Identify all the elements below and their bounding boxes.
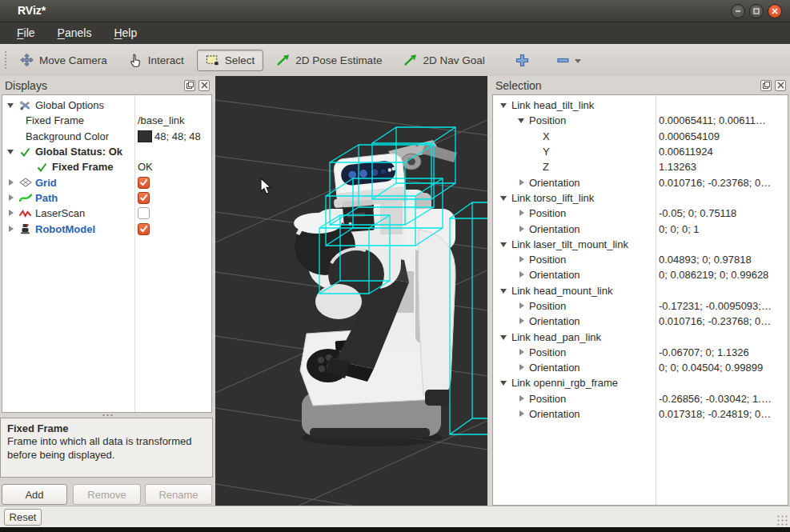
expander-icon[interactable] <box>517 348 526 357</box>
expander-icon[interactable] <box>517 255 526 264</box>
property-row[interactable]: Orientation 0; 0.086219; 0; 0.99628 <box>493 267 788 282</box>
help-body: Frame into which all data is transformed… <box>7 435 207 462</box>
add-tool-button[interactable] <box>511 50 534 70</box>
display-row-status-fixed-frame[interactable]: Fixed Frame OK <box>2 159 211 174</box>
rviz-window: RViz* File Panels Help <box>0 0 790 532</box>
expander-icon[interactable] <box>517 410 526 418</box>
property-row[interactable]: Position -0.26856; -0.03042; 1.… <box>493 391 788 406</box>
tool-select[interactable]: Select <box>197 50 264 71</box>
link-row[interactable]: Link head_pan_link <box>493 329 788 344</box>
expander-icon[interactable] <box>517 270 526 279</box>
robot-icon <box>18 223 32 235</box>
property-row[interactable]: Orientation 0; 0; 0; 1 <box>493 221 788 236</box>
green-arrow-icon <box>403 54 417 66</box>
selection-panel-header[interactable]: Selection <box>491 76 790 94</box>
tool-move-camera[interactable]: Move Camera <box>11 50 116 71</box>
expander-icon[interactable] <box>517 225 526 234</box>
remove-tool-button[interactable] <box>551 50 586 70</box>
displays-tree[interactable]: Global Options Fixed Frame /base_link Ba… <box>2 94 212 413</box>
expander-icon[interactable] <box>517 178 526 187</box>
close-icon <box>771 7 779 15</box>
expander-icon[interactable] <box>517 394 526 403</box>
expander-icon[interactable] <box>499 101 508 110</box>
display-row-global-status[interactable]: Global Status: Ok <box>2 144 211 159</box>
property-row[interactable]: Position -0.06707; 0; 1.1326 <box>493 345 788 360</box>
float-panel-button[interactable] <box>760 80 772 91</box>
selection-tree[interactable]: Link head_tilt_link Position 0.00065411;… <box>492 94 788 506</box>
visibility-checkbox[interactable] <box>138 192 150 204</box>
dropdown-caret-icon[interactable] <box>575 59 581 63</box>
minimize-button[interactable] <box>731 4 745 18</box>
visibility-checkbox[interactable] <box>138 177 150 189</box>
expander-icon[interactable] <box>499 240 508 249</box>
tool-2d-nav-goal[interactable]: 2D Nav Goal <box>395 50 493 71</box>
property-row[interactable]: Orientation 0.010716; -0.23768; 0… <box>493 314 788 329</box>
expander-icon[interactable] <box>517 209 526 218</box>
property-row[interactable]: Orientation 0; 0; 0.04504; 0.99899 <box>493 360 788 375</box>
close-panel-button[interactable] <box>775 80 786 91</box>
link-row[interactable]: Link head_tilt_link <box>493 98 788 113</box>
expander-icon[interactable] <box>6 147 15 156</box>
expander-icon[interactable] <box>517 116 526 125</box>
property-row[interactable]: Position -0.17231; -0.0095093;… <box>493 298 788 314</box>
maximize-button[interactable] <box>749 4 764 18</box>
display-row-global-options[interactable]: Global Options <box>2 98 211 113</box>
menu-panels[interactable]: Panels <box>47 22 102 44</box>
expander-icon[interactable] <box>499 378 508 387</box>
color-swatch[interactable] <box>138 130 152 142</box>
property-row[interactable]: Position 0.04893; 0; 0.97818 <box>493 252 788 267</box>
expander-icon[interactable] <box>517 363 526 372</box>
expander-icon[interactable] <box>499 286 508 295</box>
menu-file[interactable]: File <box>6 22 46 44</box>
tool-label: Move Camera <box>39 54 107 66</box>
link-row[interactable]: Link openni_rgb_frame <box>493 375 788 390</box>
close-button[interactable] <box>768 4 782 18</box>
display-row-fixed-frame[interactable]: Fixed Frame /base_link <box>2 113 211 128</box>
expander-icon[interactable] <box>6 101 15 110</box>
property-row[interactable]: Y 0.00611924 <box>493 144 788 159</box>
menu-help[interactable]: Help <box>103 22 147 44</box>
expander-icon[interactable] <box>517 302 526 310</box>
link-row[interactable]: Link torso_lift_link <box>493 190 788 206</box>
display-row-robotmodel[interactable]: RobotModel <box>2 221 211 236</box>
expander-icon[interactable] <box>6 225 15 234</box>
remove-display-button[interactable]: Remove <box>73 484 141 505</box>
reset-button[interactable]: Reset <box>4 509 42 526</box>
expander-icon[interactable] <box>6 209 15 218</box>
expander-icon[interactable] <box>6 178 15 187</box>
tool-2d-pose-estimate[interactable]: 2D Pose Estimate <box>267 50 391 71</box>
expander-icon[interactable] <box>517 317 526 326</box>
close-panel-button[interactable] <box>199 80 210 91</box>
property-row[interactable]: Z 1.13263 <box>493 159 788 174</box>
property-row[interactable]: Orientation 0.010716; -0.23768; 0… <box>493 174 788 190</box>
green-check-icon <box>35 161 49 173</box>
toolbar-drag-handle[interactable] <box>5 51 6 69</box>
expander-icon[interactable] <box>6 194 15 202</box>
help-title: Fixed Frame <box>7 422 206 434</box>
3d-viewport[interactable]: PR2 <box>215 76 487 506</box>
display-row-path[interactable]: Path <box>2 190 211 206</box>
float-panel-button[interactable] <box>184 80 195 91</box>
close-panel-icon <box>201 82 208 89</box>
display-row-laserscan[interactable]: LaserScan <box>2 206 211 221</box>
tool-interact[interactable]: Interact <box>120 50 193 71</box>
display-row-background-color[interactable]: Background Color 48; 48; 48 <box>2 129 211 144</box>
displays-panel-header[interactable]: Displays <box>0 76 214 94</box>
link-row[interactable]: Link head_mount_link <box>493 283 788 298</box>
visibility-checkbox[interactable] <box>138 207 150 219</box>
property-row[interactable]: Orientation 0.017318; -0.24819; 0… <box>493 406 788 422</box>
display-row-grid[interactable]: Grid <box>2 174 211 190</box>
expander-icon[interactable] <box>499 333 508 342</box>
property-row[interactable]: Position -0.05; 0; 0.75118 <box>493 206 788 221</box>
titlebar[interactable]: RViz* <box>0 0 790 22</box>
rename-display-button[interactable]: Rename <box>145 484 212 505</box>
displays-panel-title: Displays <box>0 79 184 92</box>
link-row[interactable]: Link laser_tilt_mount_link <box>493 237 788 252</box>
fixed-frame-value[interactable]: /base_link <box>134 114 211 126</box>
visibility-checkbox[interactable] <box>138 223 150 235</box>
resize-grip[interactable] <box>776 514 788 526</box>
add-display-button[interactable]: Add <box>2 484 67 505</box>
expander-icon[interactable] <box>499 194 508 202</box>
property-row[interactable]: X 0.000654109 <box>493 129 788 144</box>
property-row[interactable]: Position 0.00065411; 0.00611… <box>493 113 788 128</box>
